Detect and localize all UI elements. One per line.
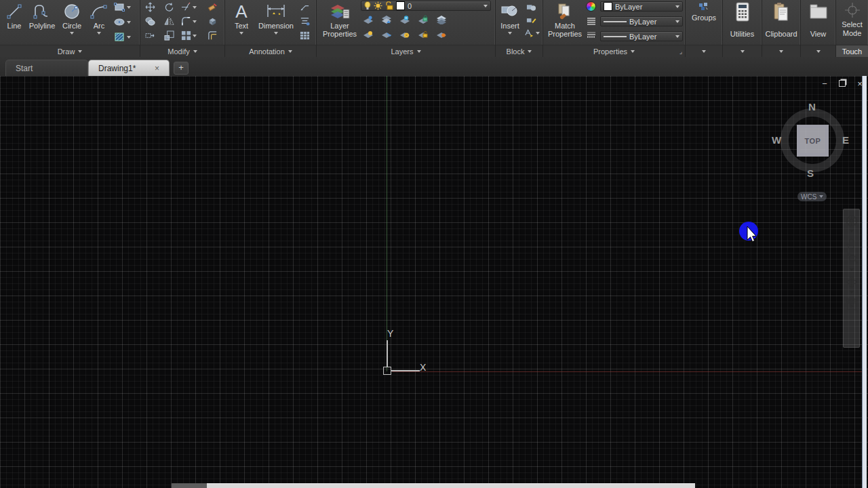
hatch-tool[interactable] bbox=[114, 32, 131, 42]
horizontal-scrollbar-thumb[interactable] bbox=[207, 483, 695, 488]
layer-unlock-all-icon[interactable] bbox=[418, 30, 429, 39]
restore-icon[interactable] bbox=[837, 79, 848, 88]
polyline-button[interactable]: Polyline bbox=[27, 1, 57, 30]
text-style-tool[interactable] bbox=[300, 16, 310, 26]
viewcube[interactable]: TOP N S W E bbox=[774, 102, 850, 178]
panel-utilities[interactable]: Utilities bbox=[723, 0, 762, 57]
arc-flyout-arrow[interactable] bbox=[97, 32, 101, 37]
layer-off-icon[interactable] bbox=[436, 30, 447, 39]
array-flyout-arrow[interactable] bbox=[193, 35, 197, 39]
layer-walk-icon[interactable] bbox=[381, 30, 392, 39]
viewcube-west[interactable]: W bbox=[772, 134, 781, 146]
viewcube-top-face[interactable]: TOP bbox=[797, 125, 829, 157]
panel-label-draw[interactable]: Draw bbox=[0, 45, 140, 57]
layer-unisolate-icon[interactable] bbox=[381, 15, 392, 24]
layer-lock-icon[interactable] bbox=[418, 15, 429, 24]
line-button[interactable]: Line bbox=[3, 1, 26, 30]
leader-tool[interactable] bbox=[300, 2, 310, 12]
drawing-canvas[interactable]: − × Y X TOP N S W E WCS bbox=[0, 76, 868, 488]
block-attributes-flyout-arrow[interactable] bbox=[536, 32, 540, 37]
circle-flyout-arrow[interactable] bbox=[70, 32, 74, 37]
linetype-dropdown[interactable]: ByLayer bbox=[600, 16, 683, 26]
panel-groups[interactable]: Groups bbox=[686, 0, 723, 57]
match-properties-button[interactable]: Match Properties bbox=[546, 1, 584, 38]
lineweight-list-icon[interactable] bbox=[585, 30, 597, 40]
panel-label-utilities[interactable] bbox=[723, 45, 762, 57]
rectangle-tool[interactable] bbox=[114, 2, 131, 12]
select-mode-label[interactable]: Select Mode bbox=[836, 20, 868, 38]
create-block-icon[interactable] bbox=[526, 2, 537, 12]
panel-clipboard[interactable]: Clipboard bbox=[762, 0, 801, 57]
vertical-scrollbar[interactable] bbox=[862, 76, 867, 488]
orbit-icon[interactable] bbox=[846, 276, 858, 288]
horizontal-scrollbar-track[interactable] bbox=[172, 483, 207, 488]
trim-tool[interactable] bbox=[181, 2, 197, 12]
layer-thaw-icon[interactable] bbox=[374, 1, 382, 10]
lineweight-dropdown[interactable]: ByLayer bbox=[600, 31, 683, 41]
trim-flyout-arrow[interactable] bbox=[193, 6, 197, 11]
arc-button[interactable]: Arc bbox=[88, 1, 110, 37]
mirror-icon[interactable] bbox=[163, 16, 175, 26]
layer-unlock-icon[interactable] bbox=[385, 1, 393, 10]
layer-match-icon[interactable] bbox=[436, 15, 447, 24]
panel-label-block[interactable]: Block bbox=[496, 45, 542, 57]
layer-on-icon[interactable] bbox=[364, 1, 371, 10]
explode-icon[interactable] bbox=[207, 16, 218, 26]
pan-icon[interactable] bbox=[846, 237, 858, 249]
object-color-dropdown[interactable]: ByLayer bbox=[600, 1, 683, 12]
panel-label-touch[interactable]: Touch bbox=[836, 45, 868, 57]
viewcube-south[interactable]: S bbox=[807, 167, 814, 179]
select-mode-icon[interactable] bbox=[836, 1, 868, 19]
layer-properties-button[interactable]: Layer Properties bbox=[321, 1, 359, 38]
text-flyout-arrow[interactable] bbox=[239, 32, 243, 37]
viewcube-north[interactable]: N bbox=[808, 101, 816, 113]
layer-thaw-all-icon[interactable] bbox=[399, 30, 410, 39]
offset-icon[interactable] bbox=[207, 30, 218, 41]
move-icon[interactable] bbox=[144, 2, 156, 12]
zoom-flyout-arrow[interactable] bbox=[850, 268, 854, 273]
rectangle-flyout-arrow[interactable] bbox=[127, 6, 131, 11]
panel-label-groups[interactable] bbox=[686, 45, 722, 57]
insert-flyout-arrow[interactable] bbox=[508, 32, 512, 37]
edit-block-icon[interactable] bbox=[526, 15, 537, 25]
show-motion-icon[interactable] bbox=[846, 298, 858, 310]
text-button[interactable]: A Text bbox=[231, 1, 252, 37]
scale-icon[interactable] bbox=[163, 30, 175, 41]
panel-label-clipboard[interactable] bbox=[762, 45, 800, 57]
tab-start[interactable]: Start bbox=[5, 60, 88, 76]
copy-icon[interactable] bbox=[144, 16, 156, 26]
rotate-icon[interactable] bbox=[163, 2, 175, 12]
insert-button[interactable]: Insert bbox=[497, 1, 523, 37]
circle-button[interactable]: Circle bbox=[60, 1, 84, 37]
array-tool[interactable] bbox=[181, 30, 197, 41]
hatch-flyout-arrow[interactable] bbox=[127, 36, 131, 41]
steering-wheel-icon[interactable] bbox=[846, 215, 858, 227]
panel-view[interactable]: View bbox=[801, 0, 836, 57]
block-attributes-tool[interactable] bbox=[524, 28, 540, 38]
ellipse-tool[interactable] bbox=[114, 17, 131, 27]
panel-label-modify[interactable]: Modify bbox=[140, 45, 224, 57]
erase-icon[interactable] bbox=[207, 2, 218, 12]
layer-select-dropdown[interactable]: 0 bbox=[361, 1, 491, 11]
panel-label-view[interactable] bbox=[801, 45, 835, 57]
dimension-button[interactable]: Dimension bbox=[255, 1, 297, 37]
viewcube-east[interactable]: E bbox=[842, 134, 849, 146]
fillet-flyout-arrow[interactable] bbox=[193, 20, 197, 25]
fillet-tool[interactable] bbox=[181, 16, 197, 26]
stretch-icon[interactable] bbox=[144, 30, 156, 41]
table-tool[interactable] bbox=[300, 30, 310, 41]
ellipse-flyout-arrow[interactable] bbox=[127, 21, 131, 26]
panel-label-annotation[interactable]: Annotation bbox=[225, 45, 316, 57]
layer-freeze-icon[interactable] bbox=[399, 15, 410, 24]
new-tab-button[interactable]: + bbox=[174, 62, 189, 75]
tab-drawing1[interactable]: Drawing1* × bbox=[88, 60, 170, 76]
navigation-bar[interactable] bbox=[843, 209, 860, 348]
panel-label-properties[interactable]: Properties ⌟ bbox=[543, 45, 685, 57]
panel-label-layers[interactable]: Layers bbox=[317, 45, 495, 57]
orbit-flyout-arrow[interactable] bbox=[850, 291, 854, 296]
layer-color-chip[interactable] bbox=[396, 1, 405, 10]
properties-dialog-launcher-icon[interactable]: ⌟ bbox=[679, 48, 682, 55]
linetype-list-icon[interactable] bbox=[585, 16, 597, 26]
zoom-tool-icon[interactable] bbox=[846, 252, 858, 266]
minimize-icon[interactable]: − bbox=[819, 79, 830, 88]
